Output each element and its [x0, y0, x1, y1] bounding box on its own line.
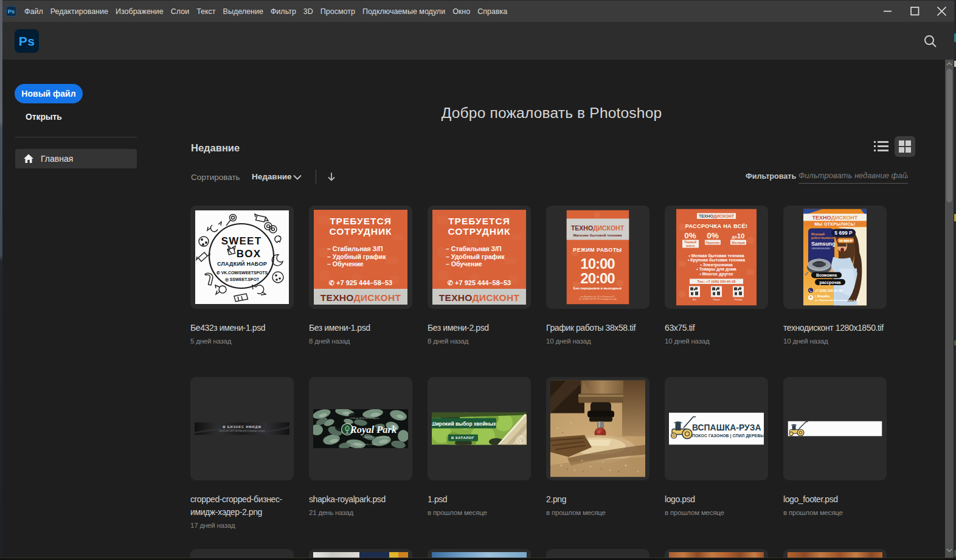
svg-text:РЕЖИМ РАБОТЫ: РЕЖИМ РАБОТЫ — [573, 247, 622, 253]
svg-text:Месяцев: Месяцев — [732, 241, 745, 244]
svg-text:ТЕХНОДИСКОНТ: ТЕХНОДИСКОНТ — [812, 215, 858, 221]
svg-text:– Стабильная З/П: – Стабильная З/П — [446, 245, 502, 252]
svg-text:Без перерывов и выходных: Без перерывов и выходных — [573, 286, 622, 290]
svg-text:ТЕХНОДИСКОНТ: ТЕХНОДИСКОНТ — [571, 224, 625, 232]
svg-text:ВСПАШКА-РУЗА: ВСПАШКА-РУЗА — [692, 423, 761, 432]
svg-text:тел. 8(936) 520-95-28 технодис: тел. 8(936) 520-95-28 технодисконт.рф — [578, 298, 617, 300]
svg-text:10 990 Р: 10 990 Р — [839, 239, 852, 243]
svg-text:робот-пылесос: робот-пылесос — [811, 236, 834, 240]
svg-text:✆ +7 925 444–58–53: ✆ +7 925 444–58–53 — [329, 279, 392, 286]
svg-text:✿ БИЗНЕС ИМИДЖ: ✿ БИЗНЕС ИМИДЖ — [223, 425, 262, 429]
svg-text:– Стабильная З/П: – Стабильная З/П — [327, 245, 383, 252]
svg-text:10:00: 10:00 — [580, 255, 615, 272]
svg-text:5 699 Р: 5 699 Р — [834, 230, 853, 236]
svg-text:◎ SSWEET.SPOT: ◎ SSWEET.SPOT — [225, 277, 260, 282]
svg-text:ТРЕБУЕТСЯ: ТРЕБУЕТСЯ — [448, 216, 510, 226]
svg-text:Samsung: Samsung — [811, 241, 836, 247]
svg-text:vk.com/royalpark_ruza50: vk.com/royalpark_ruza50 — [352, 443, 377, 446]
svg-text:✆ +7 925 444–58–53: ✆ +7 925 444–58–53 — [448, 279, 511, 286]
svg-text:Возможна: Возможна — [816, 273, 837, 277]
svg-text:садовый центр растений: садовый центр растений — [362, 436, 389, 438]
svg-text:• Многое другое: • Многое другое — [699, 272, 733, 277]
svg-text:WhatsApp: WhatsApp — [735, 299, 743, 301]
svg-text:СОТРУДНИК: СОТРУДНИК — [448, 226, 510, 237]
svg-text:Royal Park: Royal Park — [350, 424, 397, 435]
svg-text:МЕДИЦИНСКАЯ ОДЕЖДА ДЛЯ УСПЕШНЫ: МЕДИЦИНСКАЯ ОДЕЖДА ДЛЯ УСПЕШНЫХ ЛЮДЕЙ — [220, 430, 265, 432]
svg-text:ТЕХНОДИСКОНТ: ТЕХНОДИСКОНТ — [699, 214, 735, 219]
svg-text:SWEET: SWEET — [221, 235, 262, 247]
svg-text:– Удобный график: – Удобный график — [327, 253, 386, 260]
svg-text:– Обучение: – Обучение — [446, 260, 482, 268]
svg-text:ТРЕБУЕТСЯ: ТРЕБУЕТСЯ — [330, 216, 392, 226]
svg-text:Telegram: Telegram — [713, 299, 720, 301]
svg-text:BOX: BOX — [237, 248, 261, 260]
svg-text:В КАТАЛОГ: В КАТАЛОГ — [451, 436, 474, 440]
svg-text:Переплат: Переплат — [705, 241, 720, 244]
svg-text:Моющий: Моющий — [811, 232, 825, 236]
svg-text:– Удобный график: – Удобный график — [446, 253, 505, 260]
svg-text:ул. Переяслав-Хмельницкого, д.: ул. Переяслав-Хмельницкого, д. 43 — [815, 299, 860, 302]
svg-text:ТЕХНОДИСКОНТ: ТЕХНОДИСКОНТ — [439, 292, 520, 303]
svg-text:ПОКОС ГАЗОНОВ | СПИЛ ДЕРЕВЬЕВ: ПОКОС ГАЗОНОВ | СПИЛ ДЕРЕВЬЕВ — [692, 434, 764, 438]
svg-text:взнос: взнос — [686, 244, 695, 247]
svg-text:ТЕХНОДИСКОНТ: ТЕХНОДИСКОНТ — [320, 292, 401, 303]
svg-text:СЛАДКИЙ НАБОР: СЛАДКИЙ НАБОР — [217, 260, 267, 267]
svg-text:0%: 0% — [707, 231, 719, 240]
svg-text:Тел.: +7 (936) 520-95-28: Тел.: +7 (936) 520-95-28 — [698, 280, 736, 283]
svg-text:с 9:00 до 18:00 без выходных: с 9:00 до 18:00 без выходных — [349, 417, 379, 420]
svg-text:• Мелкая бытовая техника: • Мелкая бытовая техника — [688, 254, 744, 258]
svg-text:0%: 0% — [684, 231, 696, 240]
svg-text:– Обучение: – Обучение — [327, 260, 364, 268]
svg-text:МЫ ОТКРЫЛИСЬ!: МЫ ОТКРЫЛИСЬ! — [814, 222, 856, 226]
svg-text:Магазин бытовой техники: Магазин бытовой техники — [573, 233, 622, 237]
svg-text:СОТРУДНИК: СОТРУДНИК — [329, 226, 392, 237]
svg-text:+7 (936) 520-95-28: +7 (936) 520-95-28 — [815, 289, 842, 292]
svg-text:Широкий выбор хвойных: Широкий выбор хвойных — [432, 421, 496, 427]
svg-text:VR05R5050WK: VR05R5050WK — [811, 247, 830, 250]
svg-text:✆ VK.COM/SWEETSPOTS: ✆ VK.COM/SWEETSPOTS — [216, 271, 268, 275]
svg-text:рассрочка: рассрочка — [820, 280, 841, 285]
svg-text:Avito: Avito — [693, 299, 697, 301]
svg-text:г. Можайск,: г. Можайск, — [815, 294, 830, 298]
svg-text:20:00: 20:00 — [580, 270, 615, 286]
svg-text:РАССРОЧКА НА ВСЁ!: РАССРОЧКА НА ВСЁ! — [685, 223, 747, 229]
